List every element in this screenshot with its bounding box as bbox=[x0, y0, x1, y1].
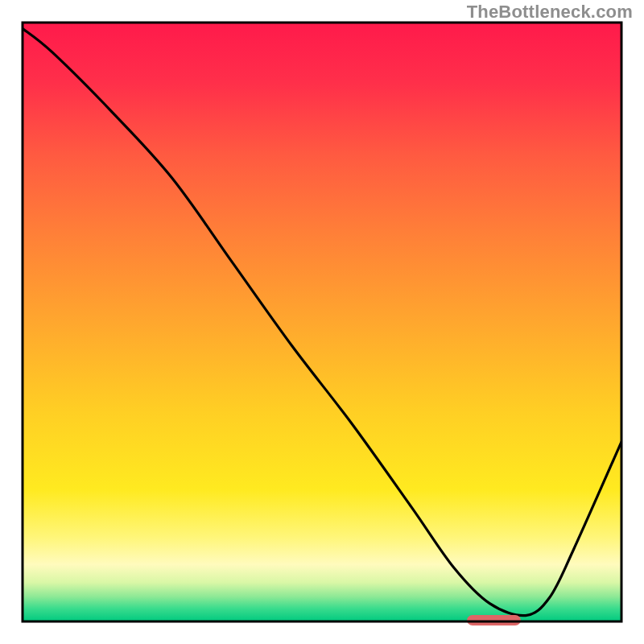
watermark-text: TheBottleneck.com bbox=[467, 2, 633, 23]
chart-container: TheBottleneck.com bbox=[0, 0, 644, 644]
bottleneck-chart bbox=[0, 0, 644, 644]
